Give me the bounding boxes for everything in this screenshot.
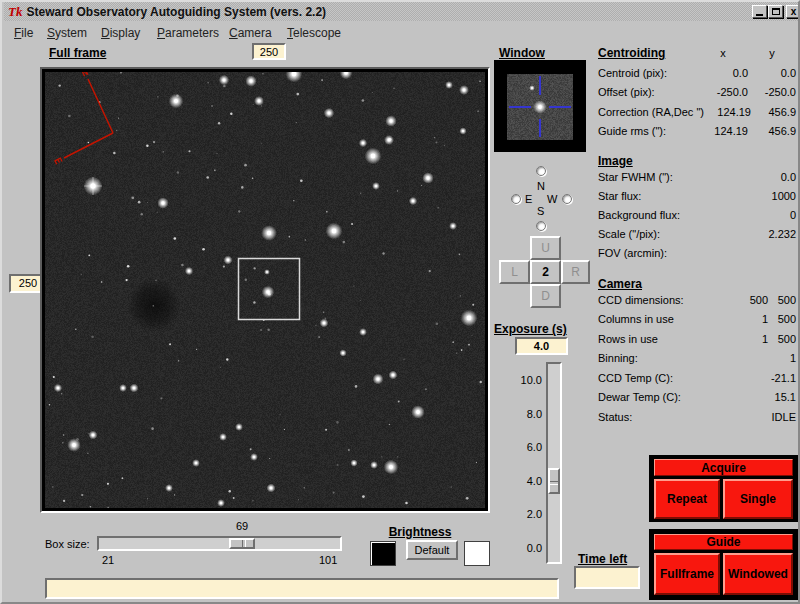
menu-system[interactable]: System xyxy=(47,26,87,40)
compass-n-label: N xyxy=(537,180,545,192)
guide-rms-x: 124.19 xyxy=(698,125,748,138)
scale-row: Scale ("/pix): 2.232 xyxy=(598,228,796,241)
box-size-slider-track[interactable] xyxy=(97,536,342,551)
star-fwhm-label: Star FWHM ("): xyxy=(598,171,748,184)
compass-s-label: S xyxy=(537,205,544,217)
radio-west[interactable] xyxy=(562,194,572,204)
ccd-temp-v1 xyxy=(728,372,768,385)
exposure-tick-10: 10.0 xyxy=(506,374,542,386)
minimize-button[interactable] xyxy=(752,5,767,18)
menu-telescope[interactable]: Telescope xyxy=(287,26,341,40)
guide-windowed-button[interactable]: Windowed xyxy=(723,553,793,595)
image-section-header: Image xyxy=(598,155,796,168)
star-fwhm-value: 0.0 xyxy=(748,171,796,184)
box-size-slider-handle[interactable] xyxy=(229,538,255,549)
ccd-dimensions-row: CCD dimensions: 500 500 xyxy=(598,294,796,307)
titlebar[interactable]: Tk Steward Observatory Autoguiding Syste… xyxy=(4,2,798,21)
star-flux-label: Star flux: xyxy=(598,190,748,203)
offset-x: -250.0 xyxy=(698,86,748,99)
jog-down-button[interactable]: D xyxy=(530,284,561,308)
acquire-repeat-button[interactable]: Repeat xyxy=(654,479,720,519)
box-size-value: 69 xyxy=(228,520,256,533)
status-row: Status: IDLE xyxy=(598,411,796,424)
camera-section-title: Camera xyxy=(598,278,796,291)
correction-y: 456.9 xyxy=(751,106,796,119)
tk-icon: Tk xyxy=(8,4,22,20)
guide-header: Guide xyxy=(654,534,793,550)
fullframe-image-frame xyxy=(40,67,490,513)
x-coordinate-entry[interactable]: 250 xyxy=(252,43,286,60)
maximize-button[interactable] xyxy=(768,5,783,18)
rows-in-use-label: Rows in use xyxy=(598,333,728,346)
background-flux-row: Background flux: 0 xyxy=(598,209,796,222)
offset-row: Offset (pix): -250.0 -250.0 xyxy=(598,86,796,99)
radio-north[interactable] xyxy=(536,166,546,176)
jog-left-button[interactable]: L xyxy=(499,260,530,284)
compass-w-label: W xyxy=(547,193,557,205)
exposure-slider-track[interactable] xyxy=(546,362,562,564)
brightness-default-button[interactable]: Default xyxy=(406,540,458,560)
scale-value: 2.232 xyxy=(748,228,796,241)
guide-rms-y: 456.9 xyxy=(748,125,796,138)
centroid-y: 0.0 xyxy=(748,67,796,80)
jog-right-button[interactable]: R xyxy=(561,260,590,284)
close-button[interactable]: x xyxy=(786,5,800,18)
centroid-row: Centroid (pix): 0.0 0.0 xyxy=(598,67,796,80)
menu-file[interactable]: File xyxy=(14,26,33,40)
columns-in-use-row: Columns in use 1 500 xyxy=(598,313,796,326)
menu-parameters[interactable]: Parameters xyxy=(157,26,219,40)
dewar-temp-label: Dewar Temp (C): xyxy=(598,391,728,404)
offset-label: Offset (pix): xyxy=(598,86,698,99)
columns-in-use-v1: 1 xyxy=(728,313,768,326)
menu-camera[interactable]: Camera xyxy=(229,26,272,40)
binning-v1 xyxy=(728,352,768,365)
window-image[interactable] xyxy=(507,74,573,140)
app-window: Tk Steward Observatory Autoguiding Syste… xyxy=(0,0,800,604)
exposure-slider-handle[interactable] xyxy=(548,468,560,494)
columns-in-use-v2: 500 xyxy=(768,313,796,326)
fov-value xyxy=(748,247,796,260)
exposure-tick-4: 4.0 xyxy=(506,475,542,487)
ccd-dimensions-v2: 500 xyxy=(768,294,796,307)
maximize-icon xyxy=(772,8,780,15)
centroid-x: 0.0 xyxy=(698,67,748,80)
star-flux-row: Star flux: 1000 xyxy=(598,190,796,203)
correction-label: Correction (RA,Dec ") xyxy=(598,106,704,119)
guide-fullframe-button[interactable]: Fullframe xyxy=(654,553,720,595)
guide-rms-label: Guide rms ("): xyxy=(598,125,698,138)
window-title: Steward Observatory Autoguiding System (… xyxy=(26,5,326,19)
status-label: Status: xyxy=(598,411,728,424)
telemetry-panel: Centroiding x y Centroid (pix): 0.0 0.0 … xyxy=(598,44,796,444)
exposure-entry[interactable]: 4.0 xyxy=(515,337,568,355)
centroiding-col-x: x xyxy=(698,47,748,60)
correction-x: 124.19 xyxy=(704,106,751,119)
ccd-temp-row: CCD Temp (C): -21.1 xyxy=(598,372,796,385)
binning-row: Binning: 1 xyxy=(598,352,796,365)
status-v1 xyxy=(728,411,768,424)
menu-display[interactable]: Display xyxy=(101,26,140,40)
fullframe-image[interactable] xyxy=(45,72,485,508)
acquire-header: Acquire xyxy=(654,459,793,476)
time-left-entry[interactable] xyxy=(574,566,640,589)
acquire-single-button[interactable]: Single xyxy=(723,479,793,519)
dewar-temp-v1 xyxy=(728,391,768,404)
centroiding-col-y: y xyxy=(748,47,796,60)
box-size-max: 101 xyxy=(319,554,337,567)
brightness-white-swatch[interactable] xyxy=(464,541,490,566)
radio-south[interactable] xyxy=(536,221,546,231)
exposure-tick-0: 0.0 xyxy=(506,542,542,554)
jog-up-button[interactable]: U xyxy=(530,236,561,260)
brightness-label: Brightness xyxy=(370,525,470,539)
ccd-dimensions-v1: 500 xyxy=(728,294,768,307)
box-size-min: 21 xyxy=(102,554,114,567)
ccd-temp-label: CCD Temp (C): xyxy=(598,372,728,385)
status-message-bar[interactable] xyxy=(45,578,559,599)
brightness-black-swatch[interactable] xyxy=(370,541,396,566)
status-badge: IDLE xyxy=(768,411,796,424)
centroiding-title: Centroiding xyxy=(598,47,698,60)
columns-in-use-label: Columns in use xyxy=(598,313,728,326)
camera-section-header: Camera xyxy=(598,278,796,291)
image-section-title: Image xyxy=(598,155,796,168)
radio-east[interactable] xyxy=(511,194,521,204)
jog-step-button[interactable]: 2 xyxy=(530,260,561,284)
